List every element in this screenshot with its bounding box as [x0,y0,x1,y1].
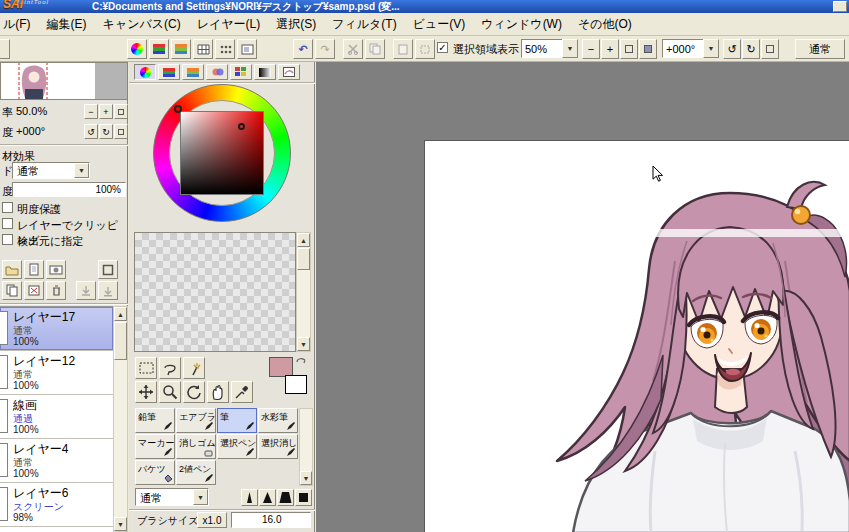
nav-rotate-cw-button[interactable]: ↻ [99,124,113,139]
delete-layer-button[interactable] [46,281,66,300]
swatches-panel-button[interactable] [215,39,235,59]
blend-mode-dropdown[interactable]: 通常 ▼ [12,162,90,179]
zoom-in-button[interactable]: + [601,39,619,59]
rgb-sliders-panel-button[interactable] [149,39,169,59]
menu-canvas[interactable]: キャンバス(C) [95,13,189,36]
opacity-slider[interactable]: 100% [12,182,126,197]
scratchpad-canvas[interactable] [134,232,296,352]
swatches-tab[interactable] [230,64,252,80]
eyedropper-tool[interactable] [231,381,253,403]
scratchpad-scrollbar[interactable]: ▲ ▼ [296,232,311,352]
rotate-view-tool[interactable] [183,381,205,403]
new-mask-button[interactable] [46,260,66,279]
expand-panel-button[interactable] [98,260,118,279]
tool-binary-pen[interactable]: 2値ペン [176,460,216,485]
layer-row[interactable]: 線画 通過 100% [0,395,113,439]
transfer-down-button[interactable] [98,281,118,300]
nav-zoom-in-button[interactable]: + [99,104,113,119]
normal-mode-button[interactable]: 通常 [795,39,845,59]
menu-layer[interactable]: レイヤー(L) [189,13,269,36]
angle-dropdown-button[interactable]: ▼ [703,39,719,58]
menu-filter[interactable]: フィルタ(T) [324,13,404,36]
gradient-tab[interactable] [254,64,276,80]
scratchpad-panel-button[interactable] [237,39,257,59]
canvas-workspace[interactable] [316,62,849,532]
zoom-tool[interactable] [159,381,181,403]
chevron-down-icon[interactable]: ▼ [193,489,208,505]
tool-airbrush[interactable]: エアブラシ [176,408,216,433]
zoom-value-field[interactable]: 50% [521,39,563,58]
rgb-sliders-tab[interactable] [158,64,180,80]
reset-rotation-button[interactable] [761,39,779,59]
actual-size-button[interactable] [639,39,657,59]
scroll-down-button[interactable]: ▼ [114,517,127,531]
redo-button[interactable]: ↷ [315,39,335,59]
title-bar[interactable]: PaintTool SAI C:¥Documents and Settings¥… [0,0,849,13]
layer-row[interactable]: レイヤー4 通常 100% [0,439,113,483]
tool-bucket[interactable]: バケツ [135,460,175,485]
brush-shape-medium[interactable] [259,489,276,506]
angle-value-field[interactable]: +000° [662,39,704,58]
color-wheel-panel-button[interactable] [127,39,147,59]
paste-button[interactable] [393,39,413,59]
layer-thumbnail[interactable] [0,399,8,433]
fit-window-button[interactable] [620,39,638,59]
canvas-document[interactable] [424,140,849,532]
brush-mode-dropdown[interactable]: 通常 ▼ [135,488,209,506]
menu-others[interactable]: その他(O) [570,13,640,36]
scroll-up-button[interactable]: ▲ [297,233,310,247]
zoom-dropdown-button[interactable]: ▼ [562,39,578,58]
hue-selector-dot[interactable] [174,105,182,113]
layer-row[interactable]: レイヤー12 通常 100% [0,351,113,395]
new-layer-button[interactable] [24,260,44,279]
clipping-group-checkbox[interactable] [2,218,13,229]
layer-list-scrollbar[interactable]: ▲ ▼ [113,306,128,532]
tool-grid-scrollbar[interactable]: ▼ [299,408,313,486]
rect-select-tool[interactable] [135,357,157,379]
tool-selection-eraser[interactable]: 選択消し [258,434,298,459]
hsv-sliders-tab[interactable] [182,64,204,80]
tool-brush[interactable]: 筆 [217,408,257,433]
selection-source-checkbox[interactable] [2,234,13,245]
color-wheel[interactable] [153,84,291,222]
scroll-down-button[interactable]: ▼ [297,337,310,351]
menu-edit[interactable]: 編集(E) [39,13,95,36]
hsv-sliders-panel-button[interactable] [171,39,191,59]
lasso-tool[interactable] [159,357,181,379]
mixer-panel-button[interactable] [193,39,213,59]
nav-rotate-ccw-button[interactable]: ↺ [84,124,98,139]
copy-button[interactable] [365,39,385,59]
menu-view[interactable]: ビュー(V) [405,13,474,36]
layer-thumbnail[interactable] [0,355,8,389]
menu-file[interactable]: ル(F) [0,13,39,36]
brush-size-slider[interactable]: 16.0 [231,512,311,528]
color-mixer-tab[interactable] [206,64,228,80]
cut-button[interactable] [343,39,363,59]
hand-tool[interactable] [207,381,229,403]
preserve-opacity-checkbox[interactable] [2,202,13,213]
brush-shape-thin[interactable] [241,489,258,506]
scrollbar-thumb[interactable] [297,248,310,270]
nav-zoom-out-button[interactable]: − [84,104,98,119]
foreground-color-swatch[interactable] [269,357,293,377]
swap-colors-icon[interactable] [295,355,307,367]
tool-eraser[interactable]: 消しゴム [176,434,216,459]
tool-watercolor[interactable]: 水彩筆 [258,408,298,433]
color-wheel-tab[interactable] [134,64,156,80]
tool-pencil[interactable]: 鉛筆 [135,408,175,433]
window-controls-button[interactable] [833,1,847,12]
navigator-thumbnail[interactable] [0,62,128,100]
brush-shape-flat[interactable] [295,489,312,506]
layer-thumbnail[interactable] [0,311,8,345]
zoom-out-button[interactable]: − [582,39,600,59]
sv-selector-dot[interactable] [238,123,245,130]
undo-button[interactable]: ↶ [293,39,313,59]
scrollbar-thumb[interactable] [114,322,127,360]
tool-selection-pen[interactable]: 選択ペン [217,434,257,459]
layer-row[interactable]: レイヤー17 通常 100% [0,307,113,351]
menu-window[interactable]: ウィンドウ(W) [473,13,570,36]
layer-thumbnail[interactable] [0,443,8,477]
scroll-down-button[interactable]: ▼ [300,471,312,485]
chevron-down-icon[interactable]: ▼ [74,163,89,178]
background-color-swatch[interactable] [285,375,307,394]
